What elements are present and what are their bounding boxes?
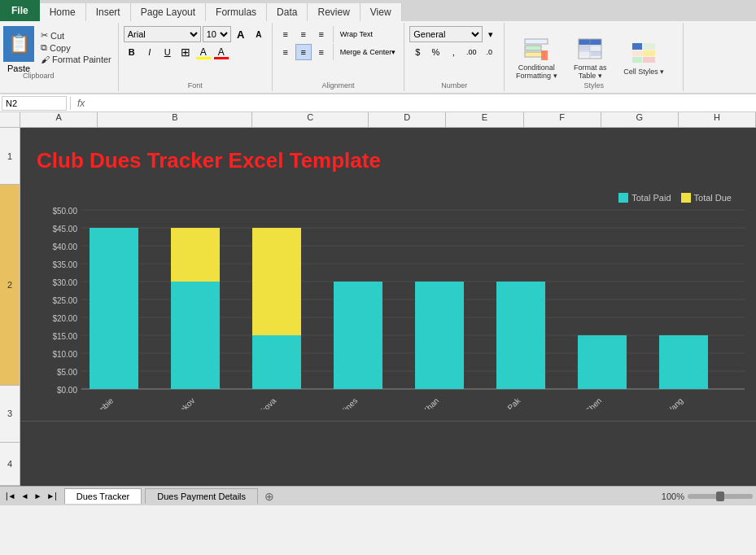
cell-styles-button[interactable]: Cell Styles ▾	[617, 26, 671, 88]
row-3	[20, 421, 756, 486]
row-num-2[interactable]: 2	[0, 185, 20, 385]
col-header-g[interactable]: G	[601, 112, 679, 127]
bar-paul-paid	[578, 335, 627, 389]
font-size-increase[interactable]: A	[233, 26, 249, 42]
next-sheet-arrow[interactable]: ►	[31, 491, 44, 501]
bar-jae-paid	[496, 282, 545, 389]
col-header-b[interactable]: B	[98, 112, 252, 127]
copy-button[interactable]: ⧉ Copy	[37, 42, 115, 54]
bar-kim-paid	[90, 228, 138, 389]
zoom-slider[interactable]	[688, 494, 753, 499]
tab-review[interactable]: Review	[308, 3, 360, 21]
column-headers: A B C D E F G H	[0, 112, 756, 128]
svg-text:$40.00: $40.00	[52, 243, 77, 251]
svg-rect-18	[643, 57, 655, 63]
row-num-1[interactable]: 1	[0, 128, 20, 185]
sheet-tab-payment-details[interactable]: Dues Payment Details	[145, 488, 258, 504]
number-format-select[interactable]: General	[409, 26, 483, 42]
bold-button[interactable]: B	[124, 44, 140, 60]
bar-peter-paid	[171, 282, 220, 389]
align-bottom[interactable]: ≡	[313, 26, 330, 42]
merge-dropdown-icon[interactable]: ▾	[391, 48, 395, 56]
font-size-select[interactable]: 10	[203, 26, 231, 42]
align-center[interactable]: ≡	[295, 44, 312, 60]
svg-text:$25.00: $25.00	[52, 296, 77, 305]
col-header-a[interactable]: A	[20, 112, 98, 127]
add-sheet-button[interactable]: ⊕	[264, 490, 274, 503]
merge-center-button[interactable]: Merge & Center ▾	[337, 44, 400, 60]
comma-button[interactable]: ,	[445, 44, 461, 60]
svg-text:Imtiaz Khan: Imtiaz Khan	[404, 396, 440, 409]
align-middle[interactable]: ≡	[295, 26, 312, 42]
col-header-e[interactable]: E	[446, 112, 523, 127]
wrap-text-button[interactable]: Wrap Text	[337, 26, 376, 42]
format-painter-button[interactable]: 🖌 Format Painter	[37, 54, 115, 65]
tab-home[interactable]: Home	[40, 3, 86, 21]
conditional-formatting-icon	[522, 34, 551, 63]
increase-decimal[interactable]: .00	[463, 44, 479, 60]
font-color-button[interactable]: A	[213, 44, 229, 60]
decrease-decimal[interactable]: .0	[481, 44, 497, 60]
formula-input[interactable]	[88, 98, 754, 108]
tab-page-layout[interactable]: Page Layout	[131, 3, 206, 21]
fill-color-button[interactable]: A	[195, 44, 212, 60]
title-row: Club Dues Tracker Excel Template	[20, 128, 756, 193]
conditional-formatting-button[interactable]: Conditional Formatting ▾	[509, 26, 563, 88]
svg-text:$45.00: $45.00	[52, 225, 77, 234]
underline-button[interactable]: U	[160, 44, 176, 60]
bar-petra-due	[252, 228, 301, 335]
legend-due-color	[681, 193, 691, 203]
svg-text:Jae B. Pak: Jae B. Pak	[487, 395, 522, 409]
svg-text:Peter Bankov: Peter Bankov	[155, 396, 196, 409]
align-right[interactable]: ≡	[313, 44, 330, 60]
align-left[interactable]: ≡	[277, 44, 294, 60]
col-header-c[interactable]: C	[252, 112, 369, 127]
cut-button[interactable]: ✂ Cut	[37, 29, 115, 42]
zoom-handle[interactable]	[716, 492, 724, 501]
svg-rect-16	[643, 50, 655, 56]
row-num-3[interactable]: 3	[0, 386, 20, 443]
paint-icon: 🖌	[41, 55, 50, 64]
svg-rect-6	[591, 46, 601, 50]
number-group: General ▾ $ % , .00 .0 Number	[404, 23, 505, 91]
format-table-button[interactable]: Format as Table ▾	[563, 26, 617, 88]
font-name-select[interactable]: Arial	[124, 26, 201, 42]
prev-sheet-arrow[interactable]: ◄	[19, 491, 32, 501]
percent-button[interactable]: %	[427, 44, 444, 60]
align-top[interactable]: ≡	[277, 26, 294, 42]
col-header-f[interactable]: F	[524, 112, 601, 127]
sheet-tab-dues-tracker[interactable]: Dues Tracker	[64, 488, 142, 504]
svg-rect-14	[643, 43, 655, 50]
svg-text:$20.00: $20.00	[52, 314, 77, 323]
currency-button[interactable]: $	[409, 44, 426, 60]
legend-paid: Total Paid	[618, 193, 671, 203]
tab-file[interactable]: File	[0, 0, 40, 21]
border-button[interactable]: ⊞	[177, 44, 194, 60]
tab-data[interactable]: Data	[267, 3, 308, 21]
zoom-level: 100%	[662, 492, 684, 501]
row-num-4[interactable]: 4	[0, 443, 20, 486]
tab-insert[interactable]: Insert	[86, 3, 131, 21]
first-sheet-arrow[interactable]: |◄	[3, 491, 19, 501]
col-header-h[interactable]: H	[679, 112, 756, 127]
svg-text:$0.00: $0.00	[57, 386, 77, 395]
col-header-d[interactable]: D	[369, 112, 446, 127]
tab-view[interactable]: View	[361, 3, 402, 21]
svg-rect-1	[525, 46, 541, 50]
paste-button[interactable]: 📋 Paste	[3, 26, 34, 73]
italic-button[interactable]: I	[142, 44, 158, 60]
row-numbers: 1 2 3 4	[0, 128, 20, 486]
sheet-content: Club Dues Tracker Excel Template Total P…	[20, 128, 756, 486]
font-size-decrease[interactable]: A	[251, 26, 267, 42]
svg-text:Petra Chvoikova: Petra Chvoikova	[229, 395, 278, 409]
svg-text:$35.00: $35.00	[52, 260, 77, 269]
formula-bar: fx	[0, 94, 756, 112]
tab-formulas[interactable]: Formulas	[206, 3, 267, 21]
zoom-controls: 100%	[662, 492, 753, 501]
last-sheet-arrow[interactable]: ►|	[44, 491, 59, 501]
spreadsheet-area: 1 2 3 4 Club Dues Tracker Excel Template…	[0, 128, 756, 486]
number-format-expand[interactable]: ▾	[483, 26, 499, 42]
bottom-bar: |◄ ◄ ► ►| Dues Tracker Dues Payment Deta…	[0, 486, 756, 505]
chart-area: Total Paid Total Due $50.00 $45.00 $40.0…	[20, 193, 756, 421]
cell-reference-input[interactable]	[2, 96, 67, 111]
